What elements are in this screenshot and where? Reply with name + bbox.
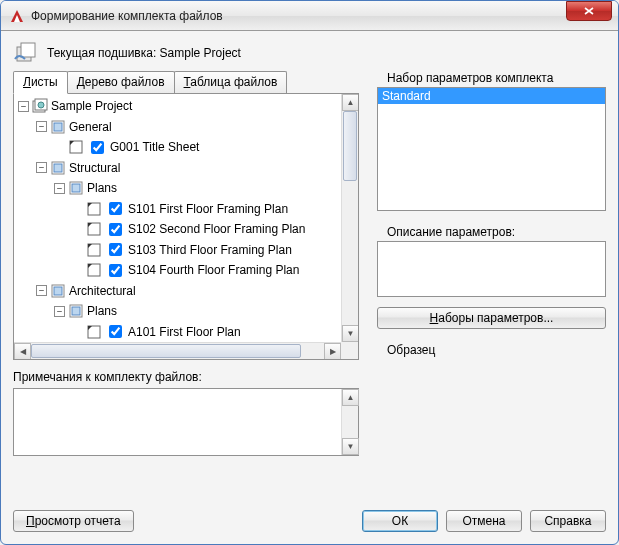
expander-icon[interactable]: − [18,101,29,112]
sheet-checkbox[interactable] [109,202,122,215]
tree-label: S102 Second Floor Framing Plan [128,222,305,236]
subset-icon [68,180,84,196]
scroll-right-icon[interactable]: ▶ [324,343,341,360]
expander-icon[interactable]: − [36,162,47,173]
notes-vscrollbar[interactable]: ▲ ▼ [341,389,358,455]
sheet-icon [86,262,102,278]
desc-group-label: Описание параметров: [384,225,518,239]
expander-icon[interactable]: − [54,306,65,317]
close-button[interactable] [566,1,612,21]
tabs: Листы Дерево файлов Таблица файлов [13,71,359,93]
header-row: Текущая подшивка: Sample Project [13,41,606,65]
tree-label: Sample Project [51,99,132,113]
view-report-button[interactable]: Просмотр отчета [13,510,134,532]
notes-label: Примечания к комплекту файлов: [13,370,359,384]
sheetset-icon [32,98,48,114]
setup-listbox[interactable]: Standard [377,87,606,211]
tree-sheet[interactable]: G001 Title Sheet [54,137,341,158]
svg-rect-26 [72,307,80,315]
tree-root[interactable]: − Sample Project [18,96,341,117]
cancel-button[interactable]: Отмена [446,510,522,532]
tree-sheet[interactable]: S101 First Floor Framing Plan [72,199,341,220]
tree-label: Plans [87,181,117,195]
titlebar[interactable]: Формирование комплекта файлов [1,1,618,31]
subset-icon [68,303,84,319]
tab-file-tree[interactable]: Дерево файлов [67,71,175,93]
scroll-thumb[interactable] [31,344,301,358]
desc-box [377,241,606,297]
sheet-icon [86,324,102,340]
footer: Просмотр отчета ОК Отмена Справка [13,510,606,532]
tree-sheet[interactable]: S104 Fourth Floor Framing Plan [72,260,341,281]
tree-architectural[interactable]: − Architectural [36,281,341,302]
tree-label: G001 Title Sheet [110,140,199,154]
sheet-icon [86,221,102,237]
expander-icon[interactable]: − [54,183,65,194]
sheet-icon [86,201,102,217]
tree-vscrollbar[interactable]: ▲ ▼ [341,94,358,342]
svg-rect-24 [54,287,62,295]
scroll-up-icon[interactable]: ▲ [342,94,359,111]
subset-icon [50,119,66,135]
tab-sheets[interactable]: Листы [13,71,68,94]
expander-icon[interactable]: − [36,285,47,296]
tree-structural[interactable]: − Structural [36,158,341,179]
header-label: Текущая подшивка: Sample Project [47,46,241,60]
notes-textarea[interactable] [14,389,341,455]
expander-icon[interactable]: − [36,121,47,132]
svg-point-6 [38,102,44,108]
dialog-window: Формирование комплекта файлов Текущая по… [0,0,619,545]
scroll-thumb[interactable] [343,111,357,181]
help-button[interactable]: Справка [530,510,606,532]
header-prefix: Текущая подшивка: [47,46,160,60]
ok-button[interactable]: ОК [362,510,438,532]
tree-label: General [69,120,112,134]
tree-sheet[interactable]: S102 Second Floor Framing Plan [72,219,341,240]
tree-sheet[interactable]: A101 First Floor Plan [72,322,341,343]
sheet-checkbox[interactable] [109,325,122,338]
scroll-corner [341,342,358,359]
tree-label: Structural [69,161,120,175]
tree-label: S101 First Floor Framing Plan [128,202,288,216]
scroll-up-icon[interactable]: ▲ [342,389,359,406]
header-project: Sample Project [160,46,241,60]
sheet-checkbox[interactable] [109,243,122,256]
svg-rect-14 [72,184,80,192]
setup-item-selected[interactable]: Standard [378,88,605,104]
subset-icon [50,160,66,176]
svg-rect-8 [54,123,62,131]
tree-label: S103 Third Floor Framing Plan [128,243,292,257]
tree-plans[interactable]: − Plans [54,178,341,199]
tree-label: S104 Fourth Floor Framing Plan [128,263,299,277]
sheet-checkbox[interactable] [91,141,104,154]
sheet-checkbox[interactable] [109,264,122,277]
tree-sheet[interactable]: S103 Third Floor Framing Plan [72,240,341,261]
sample-group-label: Образец [384,343,438,357]
tree[interactable]: − Sample Project − Gen [14,94,341,342]
sheet-checkbox[interactable] [109,223,122,236]
sheet-icon [68,139,84,155]
tree-label: A101 First Floor Plan [128,325,241,339]
setup-group-label: Набор параметров комплекта [384,71,556,85]
svg-rect-12 [54,164,62,172]
tree-label: Plans [87,304,117,318]
bundle-icon [13,41,41,65]
tree-hscrollbar[interactable]: ◀ ▶ [14,342,341,359]
scroll-down-icon[interactable]: ▼ [342,438,359,455]
tree-general[interactable]: − General [36,117,341,138]
tree-plans[interactable]: − Plans [54,301,341,322]
tree-pane: − Sample Project − Gen [13,93,359,360]
notes-box: ▲ ▼ [13,388,359,456]
sheet-icon [86,242,102,258]
tab-file-table[interactable]: Таблица файлов [174,71,288,93]
close-icon [584,5,594,17]
window-title: Формирование комплекта файлов [31,9,566,23]
page-setups-button[interactable]: Наборы параметров... [377,307,606,329]
tree-label: Architectural [69,284,136,298]
subset-icon [50,283,66,299]
scroll-left-icon[interactable]: ◀ [14,343,31,360]
scroll-down-icon[interactable]: ▼ [342,325,359,342]
app-icon [9,8,25,24]
svg-rect-3 [21,43,35,57]
